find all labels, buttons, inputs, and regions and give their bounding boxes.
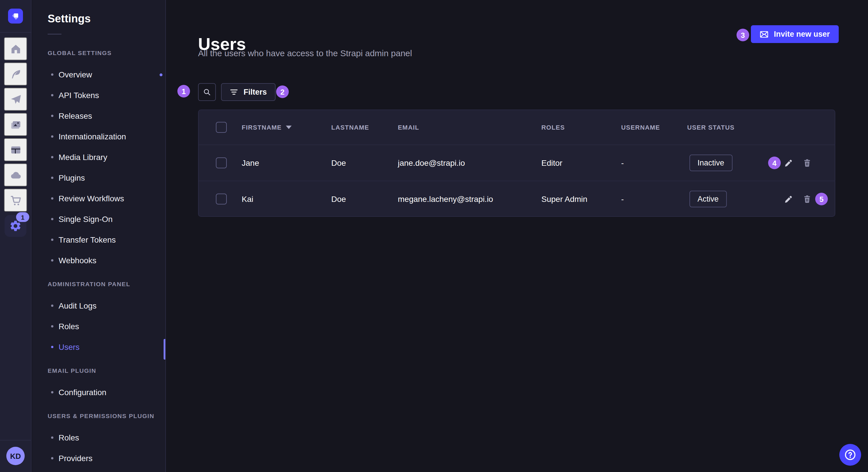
cell-username: - <box>621 194 624 204</box>
sidebar-item-email-configuration[interactable]: Configuration <box>32 382 165 403</box>
annotation-marker-1: 1 <box>177 85 190 98</box>
bullet-icon <box>51 259 53 262</box>
rail-home-button[interactable] <box>4 37 27 60</box>
sidebar-item-review-workflows[interactable]: Review Workflows <box>32 188 165 209</box>
column-header-lastname[interactable]: LASTNAME <box>331 124 369 131</box>
sort-descending-icon <box>286 126 291 129</box>
filter-icon <box>229 88 238 96</box>
cell-lastname: Doe <box>331 194 346 204</box>
sidebar-item-api-tokens[interactable]: API Tokens <box>32 85 165 105</box>
sidebar-item-transfer-tokens[interactable]: Transfer Tokens <box>32 229 165 250</box>
row-checkbox[interactable] <box>216 158 227 168</box>
overview-notification-dot <box>160 73 162 76</box>
rail-marketplace-button[interactable] <box>4 189 27 212</box>
cell-lastname: Doe <box>331 158 346 167</box>
annotation-marker-4: 4 <box>768 157 781 169</box>
help-button[interactable] <box>839 444 861 466</box>
cell-firstname: Jane <box>242 158 259 167</box>
sidebar-item-internationalization[interactable]: Internationalization <box>32 126 165 147</box>
strapi-admin-app: 1 KD Settings GLOBAL SETTINGS Overview A… <box>0 0 868 472</box>
filters-button-label: Filters <box>243 88 267 96</box>
rail-divider-bottom <box>0 440 32 440</box>
bullet-icon <box>51 346 53 348</box>
rail-content-type-builder-button[interactable] <box>4 63 27 86</box>
subnav-title: Settings <box>48 12 165 25</box>
paper-plane-icon <box>9 93 22 105</box>
sidebar-item-single-sign-on[interactable]: Single Sign-On <box>32 209 165 229</box>
annotation-marker-5: 5 <box>815 193 828 205</box>
annotation-marker-2: 2 <box>276 86 289 98</box>
subnav-scrollbar-thumb[interactable] <box>164 339 166 360</box>
bullet-icon <box>51 239 53 241</box>
rail-divider <box>0 32 32 33</box>
annotation-marker-3: 3 <box>737 29 749 41</box>
bullet-icon <box>51 391 53 394</box>
layout-icon <box>9 144 22 156</box>
sidebar-item-media-library[interactable]: Media Library <box>32 147 165 167</box>
section-label-users-permissions-plugin: USERS & PERMISSIONS PLUGIN <box>48 412 165 419</box>
trash-icon <box>803 194 812 204</box>
sidebar-item-up-providers[interactable]: Providers <box>32 448 165 469</box>
cell-firstname: Kai <box>242 194 253 204</box>
search-icon <box>203 88 211 96</box>
cell-username: - <box>621 158 624 167</box>
table-row[interactable]: Kai Doe megane.lacheny@strapi.io Super A… <box>198 181 835 217</box>
settings-subnav: Settings GLOBAL SETTINGS Overview API To… <box>32 0 166 472</box>
invite-new-user-button[interactable]: Invite new user <box>751 25 838 43</box>
bullet-icon <box>51 156 53 158</box>
row-checkbox[interactable] <box>216 194 227 204</box>
column-header-roles[interactable]: ROLES <box>541 124 565 131</box>
bullet-icon <box>51 305 53 307</box>
cell-roles: Editor <box>541 158 562 167</box>
column-header-username[interactable]: USERNAME <box>621 124 660 131</box>
bullet-icon <box>51 197 53 200</box>
user-avatar[interactable]: KD <box>6 447 25 465</box>
select-all-checkbox[interactable] <box>216 122 227 133</box>
bullet-icon <box>51 325 53 328</box>
filters-button[interactable]: Filters <box>221 83 276 101</box>
sidebar-item-webhooks[interactable]: Webhooks <box>32 250 165 271</box>
edit-user-button[interactable] <box>781 156 795 170</box>
page-subtitle: All the users who have access to the Str… <box>198 48 412 58</box>
settings-notification-badge: 1 <box>16 212 29 222</box>
sidebar-item-releases[interactable]: Releases <box>32 105 165 126</box>
bullet-icon <box>51 436 53 439</box>
column-header-user-status[interactable]: USER STATUS <box>687 124 735 131</box>
main-nav-rail: 1 KD <box>0 0 32 472</box>
home-icon <box>9 43 22 55</box>
status-badge: Inactive <box>689 155 732 171</box>
table-header-row: FIRSTNAME LASTNAME EMAIL ROLES USERNAME … <box>198 110 835 145</box>
edit-user-button[interactable] <box>781 192 795 206</box>
table-row[interactable]: Jane Doe jane.doe@strapi.io Editor - Ina… <box>198 145 835 181</box>
bullet-icon <box>51 115 53 117</box>
delete-user-button[interactable] <box>800 156 814 170</box>
feather-icon <box>9 68 22 80</box>
rail-deploy-button[interactable] <box>4 88 27 111</box>
bullet-icon <box>51 135 53 138</box>
rail-cloud-button[interactable] <box>4 164 27 187</box>
strapi-logo[interactable] <box>8 9 23 24</box>
pencil-icon <box>783 158 793 168</box>
help-icon <box>844 448 857 461</box>
main-content: Users All the users who have access to t… <box>166 0 868 472</box>
cart-icon <box>9 194 22 206</box>
sidebar-item-overview[interactable]: Overview <box>32 64 165 85</box>
invite-button-label: Invite new user <box>774 30 830 38</box>
rail-content-manager-button[interactable] <box>4 138 27 161</box>
sidebar-item-admin-roles[interactable]: Roles <box>32 316 165 337</box>
cell-roles: Super Admin <box>541 194 587 204</box>
sidebar-item-up-roles[interactable]: Roles <box>32 427 165 448</box>
search-button[interactable] <box>198 83 216 101</box>
column-header-firstname[interactable]: FIRSTNAME <box>242 124 291 131</box>
rail-media-library-button[interactable] <box>4 113 27 136</box>
sidebar-item-plugins[interactable]: Plugins <box>32 167 165 188</box>
media-library-icon <box>9 119 22 131</box>
users-table: FIRSTNAME LASTNAME EMAIL ROLES USERNAME … <box>198 109 835 217</box>
pencil-icon <box>783 194 793 204</box>
status-badge: Active <box>689 191 727 207</box>
column-header-email[interactable]: EMAIL <box>398 124 419 131</box>
trash-icon <box>803 158 812 167</box>
sidebar-item-audit-logs[interactable]: Audit Logs <box>32 295 165 316</box>
sidebar-item-users[interactable]: Users <box>32 337 165 357</box>
delete-user-button[interactable] <box>800 192 814 206</box>
